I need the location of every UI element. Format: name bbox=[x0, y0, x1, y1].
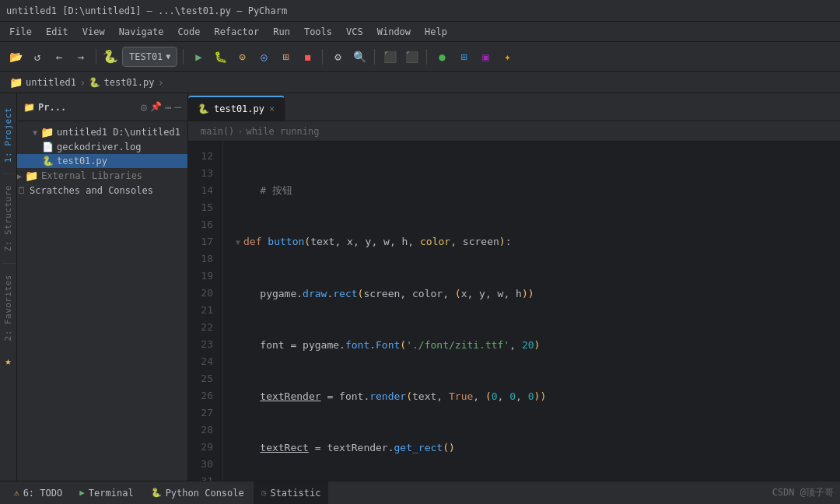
breadcrumb-item2[interactable]: test01.py bbox=[103, 77, 154, 88]
toolbar-sep5 bbox=[426, 49, 427, 65]
line-num-14: 14 bbox=[188, 182, 213, 199]
tree-item-external[interactable]: ▶ 📁 External Libraries bbox=[17, 168, 187, 184]
vtab-separator2 bbox=[2, 263, 16, 264]
settings-button[interactable]: ⚙ bbox=[328, 47, 347, 66]
tree-item-test01[interactable]: 🐍 test01.py bbox=[17, 154, 187, 168]
line-num-15: 15 bbox=[188, 199, 213, 216]
stop-button[interactable]: ◼ bbox=[298, 47, 317, 66]
editor-tabs: 🐍 test01.py × bbox=[188, 93, 840, 121]
profile-button[interactable]: ⊙ bbox=[233, 47, 251, 66]
tree-item-root[interactable]: ▼ 📁 untitled1 D:\untitled1 bbox=[17, 124, 187, 140]
settings-gear-icon[interactable]: ⚙ bbox=[141, 101, 147, 114]
minimize-icon[interactable]: ─ bbox=[175, 101, 181, 114]
ed-breadcrumb-while: while running bbox=[247, 126, 320, 137]
line-num-23: 23 bbox=[188, 336, 213, 353]
tab-close-button[interactable]: × bbox=[269, 103, 275, 114]
menu-vcs[interactable]: VCS bbox=[340, 25, 369, 39]
tab-todo-label: 6: TODO bbox=[23, 488, 63, 499]
revert-button[interactable]: ↺ bbox=[28, 47, 47, 66]
ellipsis-icon[interactable]: ⋯ bbox=[165, 101, 171, 114]
ed-breadcrumb-arrow: › bbox=[237, 126, 243, 137]
vertical-tabs-panel: 1: Project Z: Structure 2: Favorites ★ bbox=[0, 93, 17, 481]
tab-terminal-label: Terminal bbox=[89, 488, 134, 499]
plugin6-button[interactable]: ✦ bbox=[498, 47, 516, 66]
menu-view[interactable]: View bbox=[76, 25, 111, 39]
run-with-button[interactable]: ⊞ bbox=[276, 47, 295, 66]
line-numbers: 12 13 14 15 16 17 18 19 20 21 22 23 24 2… bbox=[188, 142, 223, 481]
code-line-12: # 按钮 bbox=[236, 182, 840, 199]
tree-arrow-root: ▼ bbox=[33, 128, 37, 137]
run-config-label: TEST01 bbox=[129, 51, 163, 62]
dropdown-arrow-icon: ▼ bbox=[166, 52, 170, 61]
code-line-13: ▼def button(text, x, y, w, h, color, scr… bbox=[236, 233, 840, 251]
line-num-17: 17 bbox=[188, 233, 213, 250]
todo-icon: ⚠ bbox=[14, 488, 19, 498]
toolbar-sep2 bbox=[183, 49, 184, 65]
line-num-21: 21 bbox=[188, 302, 213, 319]
tree-label-geckodriver: geckodriver.log bbox=[57, 142, 141, 152]
tab-statistic[interactable]: ◷ Statistic bbox=[254, 481, 329, 504]
plugin2-button[interactable]: ⬛ bbox=[402, 47, 421, 66]
menu-window[interactable]: Window bbox=[371, 25, 417, 39]
run-config-dropdown[interactable]: TEST01 ▼ bbox=[122, 47, 177, 67]
line-num-27: 27 bbox=[188, 404, 213, 422]
fold-arrow-13[interactable]: ▼ bbox=[236, 238, 240, 247]
line-num-28: 28 bbox=[188, 422, 213, 439]
terminal-icon: ▶ bbox=[79, 488, 85, 498]
project-panel: 📁 Pr... ⚙ 📌 ⋯ ─ ▼ 📁 untitled1 D:\untitle… bbox=[17, 93, 188, 481]
line-num-24: 24 bbox=[188, 353, 213, 370]
project-folder-icon: 📁 bbox=[23, 102, 35, 113]
favorites-star-icon: ★ bbox=[5, 355, 11, 367]
coverage-button[interactable]: ◎ bbox=[254, 47, 273, 66]
plugin4-button[interactable]: ⊞ bbox=[454, 47, 473, 66]
bottom-right-text: CSDN @顶子哥 bbox=[772, 486, 834, 499]
menu-edit[interactable]: Edit bbox=[40, 25, 75, 39]
menu-navigate[interactable]: Navigate bbox=[113, 25, 170, 39]
scratches-icon: 🗒 bbox=[17, 185, 26, 196]
line-num-25: 25 bbox=[188, 370, 213, 387]
pin-icon[interactable]: 📌 bbox=[150, 101, 162, 114]
code-line-16: textRender = font.render(text, True, (0,… bbox=[236, 388, 840, 405]
tab-python-console[interactable]: 🐍 Python Console bbox=[143, 481, 252, 504]
menu-run[interactable]: Run bbox=[267, 25, 296, 39]
plugin5-button[interactable]: ▣ bbox=[476, 47, 495, 66]
project-tree: ▼ 📁 untitled1 D:\untitled1 📄 geckodriver… bbox=[17, 121, 187, 481]
sidebar-item-structure[interactable]: Z: Structure bbox=[0, 177, 16, 259]
tree-item-geckodriver[interactable]: 📄 geckodriver.log bbox=[17, 140, 187, 154]
back-button[interactable]: ← bbox=[50, 47, 68, 66]
code-line-15: font = pygame.font.Font('./font/ziti.ttf… bbox=[236, 337, 840, 354]
menu-file[interactable]: File bbox=[3, 25, 38, 39]
tab-terminal[interactable]: ▶ Terminal bbox=[72, 481, 141, 504]
forward-button[interactable]: → bbox=[72, 47, 90, 66]
tab-test01[interactable]: 🐍 test01.py × bbox=[188, 96, 285, 121]
menu-refactor[interactable]: Refactor bbox=[208, 25, 265, 39]
line-num-12: 12 bbox=[188, 148, 213, 165]
sidebar-item-project[interactable]: 1: Project bbox=[0, 100, 16, 170]
run-button[interactable]: ▶ bbox=[189, 47, 208, 66]
open-button[interactable]: 📂 bbox=[6, 47, 25, 66]
tab-todo[interactable]: ⚠ 6: TODO bbox=[6, 481, 70, 504]
menu-help[interactable]: Help bbox=[418, 25, 453, 39]
line-num-26: 26 bbox=[188, 387, 213, 404]
bottom-bar: ⚠ 6: TODO ▶ Terminal 🐍 Python Console ◷ … bbox=[0, 481, 840, 504]
debug-button[interactable]: 🐛 bbox=[211, 47, 229, 66]
title-bar-text: untitled1 [D:\untitled1] – ...\test01.py… bbox=[6, 5, 287, 16]
tab-py-icon: 🐍 bbox=[198, 103, 209, 114]
code-editor: 12 13 14 15 16 17 18 19 20 21 22 23 24 2… bbox=[188, 142, 840, 481]
plugin3-button[interactable]: ● bbox=[432, 47, 451, 66]
line-num-18: 18 bbox=[188, 250, 213, 268]
breadcrumb-item1[interactable]: untitled1 bbox=[26, 77, 76, 88]
code-content[interactable]: # 按钮 ▼def button(text, x, y, w, h, color… bbox=[223, 142, 840, 481]
line-num-22: 22 bbox=[188, 319, 213, 336]
menu-code[interactable]: Code bbox=[172, 25, 207, 39]
sidebar-item-favorites[interactable]: 2: Favorites bbox=[0, 267, 16, 348]
python-file-icon: 🐍 bbox=[102, 48, 119, 65]
menu-tools[interactable]: Tools bbox=[298, 25, 338, 39]
plugin1-button[interactable]: ⬛ bbox=[380, 47, 399, 66]
editor-breadcrumb: main() › while running bbox=[188, 121, 840, 142]
tree-item-scratches[interactable]: 🗒 Scratches and Consoles bbox=[17, 184, 187, 198]
line-num-20: 20 bbox=[188, 285, 213, 302]
search-button[interactable]: 🔍 bbox=[350, 47, 369, 66]
py-file-icon: 🐍 bbox=[42, 156, 54, 166]
tree-label-scratches: Scratches and Consoles bbox=[30, 185, 153, 196]
